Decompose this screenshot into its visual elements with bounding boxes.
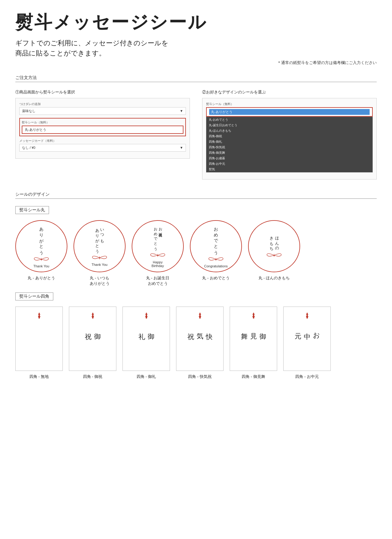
seal-rect-kaikiiwai-caption: 四角 - 快気祝: [188, 374, 212, 379]
step2-selected-item[interactable]: 丸-ありがとう: [206, 107, 373, 117]
seal-arigatou: ありがとう Thank You 丸 - ありがとう: [15, 220, 67, 286]
seal-rect-oiwai-caption: 四角 - 御祝: [83, 374, 103, 379]
seal-rect-omimai-caption: 四角 - 御見舞: [242, 374, 265, 379]
mock-field-card: メッセージカード（有料） なし / ¥0 ▼: [19, 139, 186, 152]
svg-rect-19: [146, 314, 147, 316]
seal-rect-omimai: 御見舞 四角 - 御見舞: [230, 307, 277, 379]
noshi-ornament-icon: [89, 312, 96, 323]
bow-icon: [266, 252, 282, 258]
seal-rect-plain-caption: 四角 - 無地: [29, 374, 49, 379]
seal-rect-kaikiiwai: 快気祝 四角 - 快気祝: [176, 307, 224, 379]
bow-icon: [34, 256, 49, 262]
noshi-ornament-icon: [250, 312, 257, 323]
step1-mock-ui: つけダレの追加 薬味なし ▼ 熨斗シール（無料） 丸-ありがとう メッセージカー…: [15, 98, 190, 159]
square-seal-label: 熨斗シール四角: [15, 292, 53, 300]
step2-dropdown-list: 丸-おめでとう 丸-誕生日おめでとう 丸-ほんのきもち 四角-御祝 四角-御礼 …: [206, 117, 373, 172]
seal-birthday: お誕生日おめでとう HappyBirthday 丸 - お誕生日おめでとう: [132, 220, 184, 286]
seal-honnokimochi-caption: 丸 - ほんのきもち: [258, 275, 290, 281]
seal-omedetou-caption: 丸 - おめでとう: [202, 275, 230, 281]
svg-point-7: [215, 259, 217, 260]
page-title: 熨斗メッセージシール: [15, 12, 377, 32]
svg-rect-11: [39, 314, 40, 316]
order-step-1: ①商品画面から熨斗シールを選択 つけダレの追加 薬味なし ▼ 熨斗シール（無料）…: [15, 89, 190, 179]
svg-rect-33: [307, 317, 308, 318]
seal-birthday-caption: 丸 - お誕生日おめでとう: [146, 275, 170, 286]
seal-rect-ochugen: お中元 四角 - お中元: [283, 307, 331, 379]
seal-itsumo-arigatou: いつもありがとう Thank You 丸 - いつもありがとう: [74, 220, 126, 286]
design-section-title: シールのデザイン: [15, 192, 377, 199]
svg-rect-17: [92, 317, 93, 318]
round-seals-row: ありがとう Thank You 丸 - ありがとう いつもありがとう: [15, 220, 377, 286]
noshi-ornament-icon: [303, 312, 311, 323]
order-step-2: ②お好きなデザインのシールを選ぶ 熨斗シール（無料） 丸-ありがとう 丸-おめで…: [202, 89, 377, 179]
step2-title: ②お好きなデザインのシールを選ぶ: [202, 89, 377, 95]
seal-rect-oiwai: 御祝 四角 - 御祝: [69, 307, 116, 379]
seal-rect-gorei: 御礼 四角 - 御礼: [123, 307, 170, 379]
mock-field-sauce: つけダレの追加 薬味なし ▼: [19, 102, 186, 115]
seal-rect-ochugen-caption: 四角 - お中元: [295, 374, 319, 379]
order-method-section: ①商品画面から熨斗シールを選択 つけダレの追加 薬味なし ▼ 熨斗シール（無料）…: [15, 89, 377, 179]
svg-rect-27: [253, 314, 254, 316]
svg-rect-31: [307, 314, 308, 316]
svg-point-3: [99, 257, 100, 258]
round-seal-label: 熨斗シール丸: [15, 206, 49, 214]
step1-title: ①商品画面から熨斗シールを選択: [15, 89, 190, 95]
bow-icon: [150, 252, 165, 258]
svg-rect-25: [199, 317, 201, 318]
square-seals-row: 四角 - 無地 御祝 四角 - 御祝: [15, 307, 377, 379]
svg-rect-15: [92, 314, 93, 316]
noshi-ornament-icon: [143, 312, 150, 323]
paper-noshi-note: ＊通常の紙熨斗をご希望の方は備考欄にご入力ください: [15, 60, 377, 66]
step2-mock-ui: 熨斗シール（無料） 丸-ありがとう 丸-おめでとう 丸-誕生日おめでとう 丸-ほ…: [202, 98, 377, 179]
seal-arigatou-caption: 丸 - ありがとう: [28, 275, 55, 281]
seal-rect-plain: 四角 - 無地: [15, 307, 63, 379]
subtitle: ギフトでのご利用に、メッセージ付きのシールを 商品に貼ることができます。: [15, 38, 377, 58]
svg-rect-23: [199, 314, 201, 316]
seal-omedetou: おめでとう Congratulations 丸 - おめでとう: [190, 220, 242, 286]
svg-rect-13: [39, 317, 40, 318]
noshi-ornament-icon: [196, 312, 204, 323]
mock-field-noshi-highlighted: 熨斗シール（無料） 丸-ありがとう: [19, 118, 186, 136]
seal-honnokimochi: ほんのきもち 丸 - ほんのきもち: [248, 220, 300, 286]
svg-rect-21: [146, 317, 147, 318]
svg-point-5: [157, 255, 158, 256]
seal-itsumo-caption: 丸 - いつもありがとう: [90, 275, 110, 286]
seal-rect-gorei-caption: 四角 - 御礼: [137, 374, 156, 379]
noshi-ornament-icon: [36, 312, 43, 323]
bow-icon: [208, 256, 224, 262]
svg-rect-29: [253, 317, 254, 318]
svg-point-9: [273, 255, 275, 256]
bow-icon: [92, 255, 107, 261]
svg-point-1: [41, 259, 42, 260]
order-method-label: ご注文方法: [15, 75, 377, 82]
